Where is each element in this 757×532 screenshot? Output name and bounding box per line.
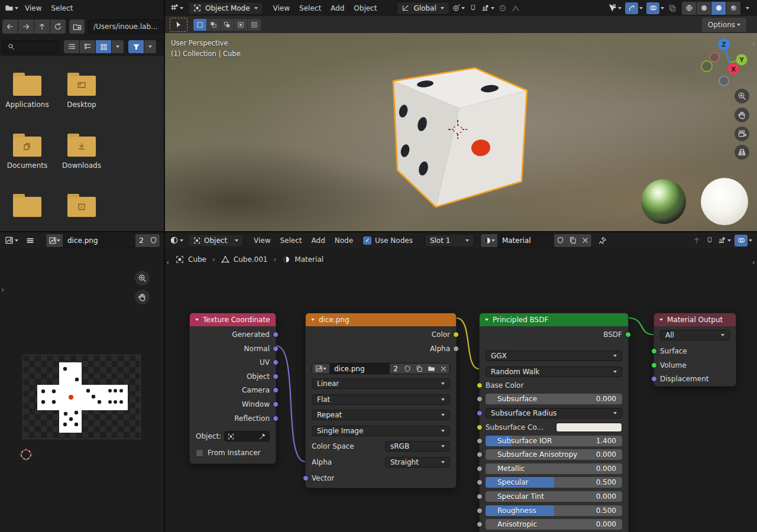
- viewport-canvas[interactable]: User Perspective (1) Collection | Cube: [165, 33, 757, 231]
- image-editor-canvas[interactable]: ›: [0, 248, 164, 532]
- options-dropdown[interactable]: Options: [702, 18, 746, 32]
- breadcrumb-material[interactable]: Material: [282, 255, 323, 264]
- image-name-field[interactable]: dice.png: [329, 364, 390, 374]
- socket-base-color-input[interactable]: [477, 382, 483, 388]
- use-nodes-checkbox[interactable]: ✓ Use Nodes: [363, 236, 413, 245]
- go-to-parent-node-tree-button[interactable]: [691, 234, 703, 247]
- select-mode-subtract-button[interactable]: [221, 19, 234, 31]
- socket-subsurface-anisotropy-input[interactable]: [477, 452, 483, 458]
- alpha-mode-dropdown[interactable]: Straight: [385, 457, 450, 468]
- image-unlink-button[interactable]: [438, 364, 449, 374]
- node-snap-toggle[interactable]: [704, 234, 716, 247]
- node-image-texture[interactable]: dice.png Color Alpha dice.png 2 Linear: [305, 313, 457, 488]
- image-users-count[interactable]: 2: [390, 364, 402, 374]
- editor-type-file-browser-button[interactable]: [4, 2, 20, 15]
- pan-view-button[interactable]: [735, 108, 749, 122]
- node-texture-coordinate[interactable]: Texture Coordinate Generated Normal UV O…: [189, 313, 276, 464]
- shading-material-preview-button[interactable]: [711, 2, 726, 15]
- specular-tint-slider[interactable]: Specular Tint 0.000: [486, 491, 622, 502]
- socket-reflection-output[interactable]: [273, 416, 279, 421]
- menu-view[interactable]: View: [21, 2, 46, 14]
- camera-view-button[interactable]: [735, 126, 749, 141]
- extension-dropdown[interactable]: Repeat: [312, 410, 450, 420]
- collapse-icon[interactable]: [311, 319, 315, 321]
- refresh-button[interactable]: [50, 20, 66, 34]
- node-header-texture-coordinate[interactable]: Texture Coordinate: [190, 313, 276, 326]
- from-instancer-checkbox[interactable]: From Instancer: [196, 447, 270, 458]
- folder-movies[interactable]: [54, 197, 109, 222]
- node-header-principled-bsdf[interactable]: Principled BSDF: [480, 313, 628, 326]
- navigation-gizmo[interactable]: Z Y X: [701, 35, 752, 90]
- menu-object[interactable]: Object: [350, 2, 381, 14]
- shading-solid-button[interactable]: [697, 2, 711, 15]
- color-space-dropdown[interactable]: sRGB: [385, 441, 450, 452]
- socket-color-output[interactable]: [453, 332, 459, 338]
- image-copy-button[interactable]: [413, 364, 425, 374]
- socket-subsurface-ior-input[interactable]: [477, 438, 483, 444]
- socket-volume-input[interactable]: [651, 362, 657, 368]
- socket-normal-output[interactable]: [273, 346, 279, 352]
- folder-downloads[interactable]: Downloads: [54, 137, 109, 170]
- snap-toggle[interactable]: [467, 2, 479, 15]
- metallic-slider[interactable]: Metallic 0.000: [486, 463, 622, 474]
- subsurface-anisotropy-slider[interactable]: Subsurface Anisotropy 0.000: [486, 449, 622, 460]
- node-header-image-texture[interactable]: dice.png: [306, 313, 456, 326]
- select-mode-intersect-button[interactable]: [248, 19, 261, 31]
- folder-applications[interactable]: Applications: [0, 76, 54, 109]
- shading-rendered-button[interactable]: [726, 2, 740, 15]
- toggle-orthographic-button[interactable]: [735, 145, 749, 160]
- gizmo-axis-neg-x[interactable]: [701, 61, 712, 72]
- search-input[interactable]: [2, 40, 59, 54]
- socket-specular-tint-input[interactable]: [477, 494, 483, 499]
- breadcrumb-mesh-data[interactable]: Cube.001: [221, 255, 268, 264]
- material-copy-button[interactable]: [567, 234, 579, 247]
- socket-object-output[interactable]: [273, 374, 279, 379]
- display-horizontal-list-button[interactable]: [80, 40, 95, 53]
- show-gizmo-toggle[interactable]: [624, 2, 644, 15]
- image-editor-menus-collapsed[interactable]: [24, 234, 36, 247]
- menu-select[interactable]: Select: [276, 235, 306, 246]
- shader-type-selector[interactable]: Object: [188, 234, 244, 247]
- distribution-dropdown[interactable]: GGX: [486, 351, 622, 361]
- create-directory-button[interactable]: [69, 20, 85, 34]
- subsurface-method-dropdown[interactable]: Random Walk: [486, 366, 622, 377]
- shading-wireframe-button[interactable]: [682, 2, 696, 15]
- subsurface-slider[interactable]: Subsurface 0.000: [486, 394, 622, 404]
- select-mode-set-button[interactable]: [193, 19, 206, 31]
- socket-vector-input[interactable]: [303, 475, 309, 481]
- socket-alpha-output[interactable]: [453, 346, 459, 352]
- target-dropdown[interactable]: All: [660, 330, 730, 340]
- proportional-editing-toggle[interactable]: [497, 2, 509, 15]
- specular-slider[interactable]: Specular 0.500: [486, 477, 622, 488]
- socket-surface-input[interactable]: [651, 348, 657, 354]
- zoom-view-button[interactable]: [735, 89, 749, 103]
- menu-select[interactable]: Select: [47, 2, 77, 14]
- show-overlays-toggle[interactable]: [645, 2, 665, 15]
- node-principled-bsdf[interactable]: Principled BSDF BSDF GGX Random Walk Bas…: [479, 313, 629, 532]
- forward-button[interactable]: [18, 20, 34, 34]
- node-canvas[interactable]: Cube › Cube.001 › Material ‹ ‹ Tex: [165, 248, 757, 532]
- eyedropper-icon[interactable]: [259, 433, 266, 440]
- select-mode-invert-button[interactable]: [234, 19, 247, 31]
- pin-material-button[interactable]: [597, 234, 609, 247]
- filter-toggle-button[interactable]: [128, 40, 144, 53]
- material-fake-user-button[interactable]: [554, 234, 567, 247]
- image-browse-button[interactable]: [46, 234, 63, 247]
- editor-type-image-editor-button[interactable]: [4, 234, 20, 247]
- collapse-icon[interactable]: [659, 319, 663, 321]
- shading-settings-dropdown[interactable]: [742, 2, 753, 15]
- image-pan-button[interactable]: [135, 290, 150, 304]
- material-name-field[interactable]: Material: [497, 234, 554, 247]
- source-dropdown[interactable]: Single Image: [312, 426, 450, 436]
- select-mode-extend-button[interactable]: [207, 19, 220, 31]
- image-name-field[interactable]: dice.png: [63, 234, 135, 247]
- collapse-icon[interactable]: [485, 319, 489, 321]
- editor-type-shader-editor-button[interactable]: [169, 234, 185, 247]
- display-vertical-list-button[interactable]: [64, 40, 79, 53]
- image-open-button[interactable]: [425, 364, 438, 374]
- folder-desktop[interactable]: Desktop: [54, 76, 109, 109]
- node-material-output[interactable]: Material Output All Surface Volume Displ…: [654, 313, 736, 387]
- folder-library[interactable]: [0, 197, 54, 222]
- node-header-material-output[interactable]: Material Output: [654, 313, 736, 326]
- sidebar-toggle-chevron[interactable]: ‹: [752, 39, 755, 48]
